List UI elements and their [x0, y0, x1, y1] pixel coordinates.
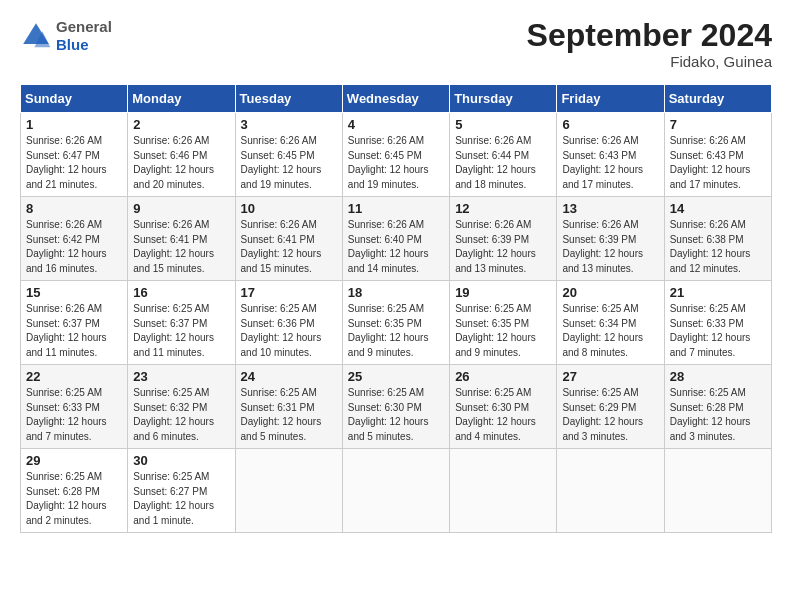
day-info: Sunrise: 6:26 AMSunset: 6:39 PMDaylight:… — [562, 219, 643, 274]
day-cell: 4 Sunrise: 6:26 AMSunset: 6:45 PMDayligh… — [342, 113, 449, 197]
week-row-4: 22 Sunrise: 6:25 AMSunset: 6:33 PMDaylig… — [21, 365, 772, 449]
day-cell: 11 Sunrise: 6:26 AMSunset: 6:40 PMDaylig… — [342, 197, 449, 281]
day-cell: 15 Sunrise: 6:26 AMSunset: 6:37 PMDaylig… — [21, 281, 128, 365]
day-cell: 5 Sunrise: 6:26 AMSunset: 6:44 PMDayligh… — [450, 113, 557, 197]
day-info: Sunrise: 6:25 AMSunset: 6:36 PMDaylight:… — [241, 303, 322, 358]
location: Fidako, Guinea — [527, 53, 772, 70]
day-cell: 27 Sunrise: 6:25 AMSunset: 6:29 PMDaylig… — [557, 365, 664, 449]
day-number: 24 — [241, 369, 337, 384]
day-number: 30 — [133, 453, 229, 468]
day-number: 2 — [133, 117, 229, 132]
column-header-tuesday: Tuesday — [235, 85, 342, 113]
day-info: Sunrise: 6:26 AMSunset: 6:40 PMDaylight:… — [348, 219, 429, 274]
day-number: 3 — [241, 117, 337, 132]
day-info: Sunrise: 6:26 AMSunset: 6:42 PMDaylight:… — [26, 219, 107, 274]
day-number: 22 — [26, 369, 122, 384]
day-number: 15 — [26, 285, 122, 300]
day-number: 4 — [348, 117, 444, 132]
day-cell: 3 Sunrise: 6:26 AMSunset: 6:45 PMDayligh… — [235, 113, 342, 197]
day-info: Sunrise: 6:25 AMSunset: 6:35 PMDaylight:… — [455, 303, 536, 358]
day-info: Sunrise: 6:26 AMSunset: 6:44 PMDaylight:… — [455, 135, 536, 190]
day-cell: 8 Sunrise: 6:26 AMSunset: 6:42 PMDayligh… — [21, 197, 128, 281]
week-row-1: 1 Sunrise: 6:26 AMSunset: 6:47 PMDayligh… — [21, 113, 772, 197]
month-title: September 2024 — [527, 18, 772, 53]
day-cell: 17 Sunrise: 6:25 AMSunset: 6:36 PMDaylig… — [235, 281, 342, 365]
day-cell: 12 Sunrise: 6:26 AMSunset: 6:39 PMDaylig… — [450, 197, 557, 281]
day-info: Sunrise: 6:25 AMSunset: 6:28 PMDaylight:… — [670, 387, 751, 442]
day-cell — [235, 449, 342, 533]
day-cell: 26 Sunrise: 6:25 AMSunset: 6:30 PMDaylig… — [450, 365, 557, 449]
day-number: 23 — [133, 369, 229, 384]
day-number: 6 — [562, 117, 658, 132]
day-cell: 10 Sunrise: 6:26 AMSunset: 6:41 PMDaylig… — [235, 197, 342, 281]
day-cell: 14 Sunrise: 6:26 AMSunset: 6:38 PMDaylig… — [664, 197, 771, 281]
day-cell: 6 Sunrise: 6:26 AMSunset: 6:43 PMDayligh… — [557, 113, 664, 197]
day-number: 14 — [670, 201, 766, 216]
day-info: Sunrise: 6:26 AMSunset: 6:46 PMDaylight:… — [133, 135, 214, 190]
day-info: Sunrise: 6:25 AMSunset: 6:35 PMDaylight:… — [348, 303, 429, 358]
logo-general-text: General — [56, 18, 112, 35]
week-row-5: 29 Sunrise: 6:25 AMSunset: 6:28 PMDaylig… — [21, 449, 772, 533]
day-number: 21 — [670, 285, 766, 300]
day-cell: 13 Sunrise: 6:26 AMSunset: 6:39 PMDaylig… — [557, 197, 664, 281]
day-info: Sunrise: 6:25 AMSunset: 6:33 PMDaylight:… — [26, 387, 107, 442]
day-info: Sunrise: 6:25 AMSunset: 6:27 PMDaylight:… — [133, 471, 214, 526]
day-info: Sunrise: 6:25 AMSunset: 6:31 PMDaylight:… — [241, 387, 322, 442]
day-info: Sunrise: 6:26 AMSunset: 6:45 PMDaylight:… — [241, 135, 322, 190]
logo-blue-text: Blue — [56, 36, 89, 53]
day-number: 9 — [133, 201, 229, 216]
day-cell: 7 Sunrise: 6:26 AMSunset: 6:43 PMDayligh… — [664, 113, 771, 197]
day-info: Sunrise: 6:25 AMSunset: 6:34 PMDaylight:… — [562, 303, 643, 358]
day-number: 5 — [455, 117, 551, 132]
day-cell — [557, 449, 664, 533]
day-number: 26 — [455, 369, 551, 384]
day-number: 10 — [241, 201, 337, 216]
day-info: Sunrise: 6:25 AMSunset: 6:28 PMDaylight:… — [26, 471, 107, 526]
column-header-saturday: Saturday — [664, 85, 771, 113]
day-cell: 9 Sunrise: 6:26 AMSunset: 6:41 PMDayligh… — [128, 197, 235, 281]
day-cell — [342, 449, 449, 533]
day-number: 20 — [562, 285, 658, 300]
day-cell: 23 Sunrise: 6:25 AMSunset: 6:32 PMDaylig… — [128, 365, 235, 449]
column-header-thursday: Thursday — [450, 85, 557, 113]
day-info: Sunrise: 6:26 AMSunset: 6:41 PMDaylight:… — [133, 219, 214, 274]
calendar-table: SundayMondayTuesdayWednesdayThursdayFrid… — [20, 84, 772, 533]
day-info: Sunrise: 6:26 AMSunset: 6:45 PMDaylight:… — [348, 135, 429, 190]
day-info: Sunrise: 6:26 AMSunset: 6:41 PMDaylight:… — [241, 219, 322, 274]
day-cell: 29 Sunrise: 6:25 AMSunset: 6:28 PMDaylig… — [21, 449, 128, 533]
day-cell: 19 Sunrise: 6:25 AMSunset: 6:35 PMDaylig… — [450, 281, 557, 365]
logo-icon — [20, 20, 52, 52]
day-info: Sunrise: 6:26 AMSunset: 6:47 PMDaylight:… — [26, 135, 107, 190]
day-cell: 21 Sunrise: 6:25 AMSunset: 6:33 PMDaylig… — [664, 281, 771, 365]
day-number: 29 — [26, 453, 122, 468]
day-info: Sunrise: 6:25 AMSunset: 6:30 PMDaylight:… — [455, 387, 536, 442]
page: General Blue September 2024 Fidako, Guin… — [0, 0, 792, 543]
day-cell: 25 Sunrise: 6:25 AMSunset: 6:30 PMDaylig… — [342, 365, 449, 449]
day-info: Sunrise: 6:25 AMSunset: 6:33 PMDaylight:… — [670, 303, 751, 358]
day-cell — [664, 449, 771, 533]
day-number: 11 — [348, 201, 444, 216]
day-number: 25 — [348, 369, 444, 384]
day-number: 1 — [26, 117, 122, 132]
column-header-sunday: Sunday — [21, 85, 128, 113]
week-row-3: 15 Sunrise: 6:26 AMSunset: 6:37 PMDaylig… — [21, 281, 772, 365]
day-number: 16 — [133, 285, 229, 300]
day-number: 19 — [455, 285, 551, 300]
title-block: September 2024 Fidako, Guinea — [527, 18, 772, 70]
day-cell: 18 Sunrise: 6:25 AMSunset: 6:35 PMDaylig… — [342, 281, 449, 365]
day-info: Sunrise: 6:26 AMSunset: 6:38 PMDaylight:… — [670, 219, 751, 274]
day-number: 13 — [562, 201, 658, 216]
day-cell: 2 Sunrise: 6:26 AMSunset: 6:46 PMDayligh… — [128, 113, 235, 197]
day-number: 7 — [670, 117, 766, 132]
day-info: Sunrise: 6:26 AMSunset: 6:43 PMDaylight:… — [562, 135, 643, 190]
day-cell: 16 Sunrise: 6:25 AMSunset: 6:37 PMDaylig… — [128, 281, 235, 365]
column-headers: SundayMondayTuesdayWednesdayThursdayFrid… — [21, 85, 772, 113]
column-header-monday: Monday — [128, 85, 235, 113]
logo: General Blue — [20, 18, 112, 54]
day-number: 18 — [348, 285, 444, 300]
day-info: Sunrise: 6:26 AMSunset: 6:43 PMDaylight:… — [670, 135, 751, 190]
day-cell: 30 Sunrise: 6:25 AMSunset: 6:27 PMDaylig… — [128, 449, 235, 533]
day-info: Sunrise: 6:25 AMSunset: 6:32 PMDaylight:… — [133, 387, 214, 442]
column-header-wednesday: Wednesday — [342, 85, 449, 113]
column-header-friday: Friday — [557, 85, 664, 113]
